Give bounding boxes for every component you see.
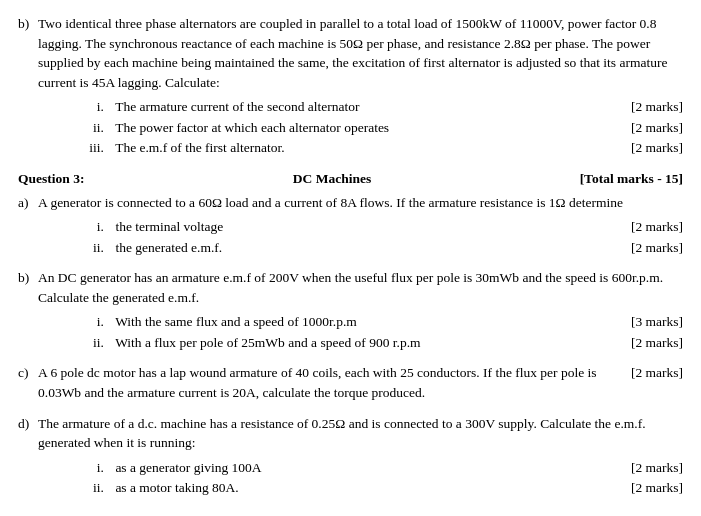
sub-item-aii-text: the generated e.m.f. bbox=[115, 240, 222, 255]
sub-item-bii-text: The power factor at which each alternato… bbox=[115, 120, 389, 135]
sub-item-di-marks: [2 marks] bbox=[631, 458, 683, 478]
question3-total: [Total marks - 15] bbox=[580, 169, 683, 189]
sub-item-ai-text: the terminal voltage bbox=[115, 219, 223, 234]
sub-item-bii2: ii. With a flux per pole of 25mWb and a … bbox=[76, 333, 683, 353]
roman-bi: i. bbox=[76, 97, 104, 117]
part-a-body: A generator is connected to a 60Ω load a… bbox=[38, 193, 683, 259]
roman-di: i. bbox=[76, 458, 104, 478]
sub-item-dii: ii. as a motor taking 80A. [2 marks] bbox=[76, 478, 683, 498]
sub-item-biii-content: iii. The e.m.f of the first alternator. bbox=[76, 138, 621, 158]
roman-bii: ii. bbox=[76, 118, 104, 138]
part-a-text: A generator is connected to a 60Ω load a… bbox=[38, 193, 683, 213]
question3-title: DC Machines bbox=[84, 169, 579, 189]
sub-item-biii-text: The e.m.f of the first alternator. bbox=[115, 140, 284, 155]
sub-item-ai-content: i. the terminal voltage bbox=[76, 217, 621, 237]
sub-item-bii: ii. The power factor at which each alter… bbox=[76, 118, 683, 138]
part-c-label: c) bbox=[18, 363, 34, 383]
sub-item-dii-text: as a motor taking 80A. bbox=[115, 480, 238, 495]
question3-label: Question 3: bbox=[18, 169, 84, 189]
sub-item-ai: i. the terminal voltage [2 marks] bbox=[76, 217, 683, 237]
question3-header: Question 3: DC Machines [Total marks - 1… bbox=[18, 169, 683, 189]
sub-item-bi2-marks: [3 marks] bbox=[631, 312, 683, 332]
sub-item-bii2-text: With a flux per pole of 25mWb and a spee… bbox=[115, 335, 420, 350]
sub-item-dii-marks: [2 marks] bbox=[631, 478, 683, 498]
part-b-body: Two identical three phase alternators ar… bbox=[38, 14, 683, 159]
sub-item-bi: i. The armature current of the second al… bbox=[76, 97, 683, 117]
sub-item-bii2-content: ii. With a flux per pole of 25mWb and a … bbox=[76, 333, 621, 353]
part-a-subitems: i. the terminal voltage [2 marks] ii. th… bbox=[76, 217, 683, 257]
part-b-label: b) bbox=[18, 14, 34, 34]
sub-item-bi2: i. With the same flux and a speed of 100… bbox=[76, 312, 683, 332]
roman-dii: ii. bbox=[76, 478, 104, 498]
part-c-text: A 6 pole dc motor has a lap wound armatu… bbox=[38, 363, 621, 402]
part-d-section: d) The armature of a d.c. machine has a … bbox=[18, 414, 683, 499]
roman-biii: iii. bbox=[76, 138, 104, 158]
part-c-inline: A 6 pole dc motor has a lap wound armatu… bbox=[38, 363, 683, 402]
part-b-subitems: i. The armature current of the second al… bbox=[76, 97, 683, 158]
sub-item-di-text: as a generator giving 100A bbox=[115, 460, 261, 475]
roman-aii: ii. bbox=[76, 238, 104, 258]
part-a-section: a) A generator is connected to a 60Ω loa… bbox=[18, 193, 683, 259]
sub-item-ai-marks: [2 marks] bbox=[631, 217, 683, 237]
part-b-main-label: b) bbox=[18, 268, 34, 288]
sub-item-dii-content: ii. as a motor taking 80A. bbox=[76, 478, 621, 498]
roman-ai: i. bbox=[76, 217, 104, 237]
sub-item-aii-content: ii. the generated e.m.f. bbox=[76, 238, 621, 258]
part-d-subitems: i. as a generator giving 100A [2 marks] … bbox=[76, 458, 683, 498]
part-c-marks: [2 marks] bbox=[631, 363, 683, 402]
part-d-label: d) bbox=[18, 414, 34, 434]
sub-item-bii2-marks: [2 marks] bbox=[631, 333, 683, 353]
part-c-section: c) A 6 pole dc motor has a lap wound arm… bbox=[18, 363, 683, 403]
roman-bi2: i. bbox=[76, 312, 104, 332]
part-a-row: a) A generator is connected to a 60Ω loa… bbox=[18, 193, 683, 259]
part-d-row: d) The armature of a d.c. machine has a … bbox=[18, 414, 683, 499]
part-b-main-subitems: i. With the same flux and a speed of 100… bbox=[76, 312, 683, 352]
sub-item-aii-marks: [2 marks] bbox=[631, 238, 683, 258]
sub-item-bi-content: i. The armature current of the second al… bbox=[76, 97, 621, 117]
part-b-section: b) An DC generator has an armature e.m.f… bbox=[18, 268, 683, 353]
sub-item-di: i. as a generator giving 100A [2 marks] bbox=[76, 458, 683, 478]
part-d-body: The armature of a d.c. machine has a res… bbox=[38, 414, 683, 499]
sub-item-bi-marks: [2 marks] bbox=[631, 97, 683, 117]
part-d-text: The armature of a d.c. machine has a res… bbox=[38, 414, 683, 453]
sub-item-bii-content: ii. The power factor at which each alter… bbox=[76, 118, 621, 138]
part-b-main-text: An DC generator has an armature e.m.f of… bbox=[38, 268, 683, 307]
sub-item-biii: iii. The e.m.f of the first alternator. … bbox=[76, 138, 683, 158]
part-b-text: Two identical three phase alternators ar… bbox=[38, 14, 683, 92]
part-c-row: c) A 6 pole dc motor has a lap wound arm… bbox=[18, 363, 683, 403]
part-b-main-row: b) An DC generator has an armature e.m.f… bbox=[18, 268, 683, 353]
sub-item-bi2-text: With the same flux and a speed of 1000r.… bbox=[115, 314, 357, 329]
part-b-main-body: An DC generator has an armature e.m.f of… bbox=[38, 268, 683, 353]
sub-item-bi2-content: i. With the same flux and a speed of 100… bbox=[76, 312, 621, 332]
sub-item-bii-marks: [2 marks] bbox=[631, 118, 683, 138]
section-b: b) Two identical three phase alternators… bbox=[18, 14, 683, 159]
sub-item-bi-text: The armature current of the second alter… bbox=[115, 99, 359, 114]
sub-item-aii: ii. the generated e.m.f. [2 marks] bbox=[76, 238, 683, 258]
part-b-row: b) Two identical three phase alternators… bbox=[18, 14, 683, 159]
part-c-body: A 6 pole dc motor has a lap wound armatu… bbox=[38, 363, 683, 403]
part-a-label: a) bbox=[18, 193, 34, 213]
roman-bii2: ii. bbox=[76, 333, 104, 353]
sub-item-biii-marks: [2 marks] bbox=[631, 138, 683, 158]
sub-item-di-content: i. as a generator giving 100A bbox=[76, 458, 621, 478]
